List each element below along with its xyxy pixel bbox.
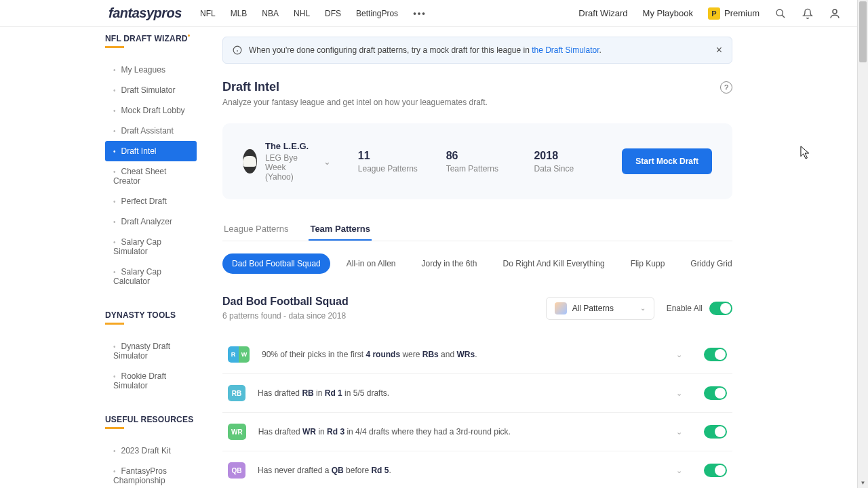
league-logo-icon	[243, 149, 257, 174]
sidebar-item[interactable]: Draft Analyzer	[105, 211, 197, 232]
nav-draft-wizard[interactable]: Draft Wizard	[578, 8, 627, 18]
position-badge: WR	[228, 424, 246, 440]
pattern-toggle[interactable]	[704, 386, 727, 400]
sidebar-item[interactable]: Draft Intel	[105, 141, 197, 161]
topnav-right: Draft Wizard My Playbook P Premium	[578, 7, 841, 20]
chevron-down-icon[interactable]: ⌄	[676, 389, 682, 398]
svg-point-2	[833, 9, 837, 14]
pattern-toggle[interactable]	[704, 348, 727, 361]
team-pill[interactable]: Flip Kupp	[621, 253, 675, 274]
sidebar: NFL DRAFT WIZARD• My LeaguesDraft Simula…	[0, 27, 203, 488]
stat-value: 2018	[534, 150, 595, 162]
pattern-row[interactable]: R W 90% of their picks in the first 4 ro…	[222, 336, 732, 374]
sidebar-item[interactable]: 2023 Draft Kit	[105, 441, 197, 461]
nav-sport-link[interactable]: NHL	[294, 9, 310, 18]
team-pill[interactable]: Do Right And Kill Everything	[494, 253, 614, 274]
sidebar-list-draft-wizard: My LeaguesDraft SimulatorMock Draft Lobb…	[105, 60, 197, 291]
help-icon[interactable]: ?	[720, 81, 732, 94]
league-name: The L.E.G.	[265, 141, 315, 151]
banner-link-draft-simulator[interactable]: the Draft Simulator	[532, 45, 599, 55]
chevron-down-icon: ⌄	[323, 157, 331, 167]
page-title: Draft Intel	[222, 80, 488, 94]
brand-logo[interactable]: fantasypros	[108, 5, 182, 21]
scroll-down-arrow-icon[interactable]: ▼	[858, 477, 868, 488]
sidebar-item[interactable]: Salary Cap Calculator	[105, 262, 197, 291]
pattern-filter-select[interactable]: All Patterns ⌄	[546, 297, 654, 320]
scrollbar[interactable]: ▲ ▼	[857, 0, 868, 488]
squad-title: Dad Bod Football Squad	[222, 296, 349, 308]
team-pill[interactable]: Griddy Griddy Bang Bang	[681, 253, 732, 274]
position-badge: R W	[228, 346, 250, 363]
team-selector-pills: Dad Bod Football SquadAll-in on AllenJor…	[222, 253, 732, 274]
stat-value: 86	[446, 150, 507, 162]
stat-team-patterns: 86 Team Patterns	[446, 150, 507, 174]
sidebar-section-title-resources: USEFUL RESOURCES	[105, 415, 197, 432]
sidebar-section-title-draft-wizard: NFL DRAFT WIZARD•	[105, 34, 197, 52]
pattern-text: 90% of their picks in the first 4 rounds…	[262, 350, 664, 359]
pattern-row[interactable]: QBHas never drafted a QB before Rd 5.⌄	[222, 451, 732, 488]
sidebar-item[interactable]: Cheat Sheet Creator	[105, 161, 197, 191]
nav-premium-link[interactable]: P Premium	[708, 7, 760, 20]
chevron-down-icon[interactable]: ⌄	[676, 428, 682, 436]
sidebar-item[interactable]: Mock Draft Lobby	[105, 100, 197, 121]
info-icon	[233, 45, 242, 55]
top-nav: fantasypros NFLMLBNBANHLDFSBettingPros D…	[0, 0, 868, 27]
chevron-down-icon: ⌄	[640, 304, 646, 312]
premium-label: Premium	[724, 8, 760, 18]
pattern-row[interactable]: RBHas drafted RB in Rd 1 in 5/5 drafts.⌄	[222, 374, 732, 413]
nav-sport-link[interactable]: NBA	[262, 9, 279, 18]
bell-icon[interactable]	[802, 7, 814, 20]
stat-label: Team Patterns	[446, 164, 507, 174]
nav-my-playbook[interactable]: My Playbook	[643, 8, 693, 18]
squad-header: Dad Bod Football Squad 6 patterns found …	[222, 296, 732, 321]
sidebar-item[interactable]: Draft Simulator	[105, 80, 197, 100]
enable-all-control: Enable All	[667, 302, 732, 315]
nav-sport-link[interactable]: NFL	[200, 9, 216, 18]
team-pill[interactable]: Jordy in the 6th	[412, 253, 486, 274]
pattern-row[interactable]: WRHas drafted WR in Rd 3 in 4/4 drafts w…	[222, 413, 732, 451]
chevron-down-icon[interactable]: ⌄	[676, 466, 682, 475]
stat-value: 11	[358, 150, 419, 162]
pattern-text: Has drafted RB in Rd 1 in 5/5 drafts.	[258, 388, 664, 398]
stat-label: League Patterns	[358, 164, 419, 174]
league-subtext: LEG Bye Week (Yahoo)	[265, 153, 315, 182]
league-selector[interactable]: The L.E.G. LEG Bye Week (Yahoo) ⌄	[243, 141, 331, 182]
search-icon[interactable]	[774, 7, 787, 20]
nav-sport-link[interactable]: DFS	[325, 9, 341, 18]
page-subtitle: Analyze your fantasy league and get inte…	[222, 98, 488, 107]
pattern-toggle[interactable]	[704, 464, 727, 477]
tab-league-patterns[interactable]: League Patterns	[222, 218, 290, 241]
league-stats-card: The L.E.G. LEG Bye Week (Yahoo) ⌄ 11 Lea…	[222, 123, 732, 199]
topnav-sports-links: NFLMLBNBANHLDFSBettingPros	[200, 9, 398, 18]
pattern-toggle[interactable]	[704, 425, 727, 439]
sidebar-section-title-dynasty: DYNASTY TOOLS	[105, 310, 197, 328]
sidebar-item[interactable]: Rookie Draft Simulator	[105, 366, 197, 396]
sidebar-item[interactable]: FantasyPros Championship	[105, 461, 197, 488]
tab-team-patterns[interactable]: Team Patterns	[309, 218, 372, 241]
nav-sport-link[interactable]: MLB	[231, 9, 248, 18]
sidebar-item[interactable]: Draft Assistant	[105, 121, 197, 141]
sidebar-item[interactable]: Salary Cap Simulator	[105, 232, 197, 262]
team-pill[interactable]: Dad Bod Football Squad	[222, 253, 330, 274]
main-content: When you're done configuring draft patte…	[203, 27, 760, 488]
start-mock-draft-button[interactable]: Start Mock Draft	[622, 148, 712, 174]
pattern-tabs: League Patterns Team Patterns	[222, 218, 732, 241]
enable-all-label: Enable All	[667, 304, 703, 313]
sidebar-item[interactable]: Perfect Draft	[105, 191, 197, 211]
chevron-down-icon[interactable]: ⌄	[676, 350, 682, 359]
more-menu-icon[interactable]: •••	[414, 7, 426, 20]
nav-sport-link[interactable]: BettingPros	[356, 9, 398, 18]
pattern-list: R W 90% of their picks in the first 4 ro…	[222, 336, 732, 488]
close-icon[interactable]: ×	[716, 44, 722, 56]
scrollbar-thumb[interactable]	[859, 1, 867, 62]
account-icon[interactable]	[829, 7, 841, 20]
stat-data-since: 2018 Data Since	[534, 150, 595, 174]
sidebar-item[interactable]: My Leagues	[105, 60, 197, 80]
filter-label: All Patterns	[572, 304, 614, 313]
squad-subtitle: 6 patterns found - data since 2018	[222, 311, 349, 321]
pattern-text: Has never drafted a QB before Rd 5.	[258, 466, 664, 475]
pattern-text: Has drafted WR in Rd 3 in 4/4 drafts whe…	[258, 427, 664, 436]
sidebar-item[interactable]: Dynasty Draft Simulator	[105, 336, 197, 366]
enable-all-toggle[interactable]	[709, 302, 732, 315]
team-pill[interactable]: All-in on Allen	[337, 253, 406, 274]
